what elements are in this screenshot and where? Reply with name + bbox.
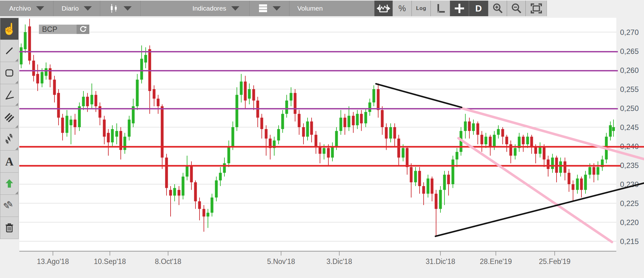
candle-down	[57, 93, 60, 117]
submenu-corner	[15, 191, 18, 194]
trash-icon	[4, 222, 15, 233]
tool-parallel-lines[interactable]	[0, 106, 19, 128]
arrow-up-icon	[4, 178, 15, 189]
menu-archivo[interactable]: Archivo	[0, 1, 53, 16]
menu-diario-label: Diario	[62, 5, 79, 12]
y-axis-label: 0,235	[620, 161, 639, 170]
candle-down	[95, 95, 97, 106]
candle-up	[493, 135, 496, 146]
candle-down	[393, 127, 396, 139]
candle-up	[20, 47, 23, 65]
symbol-badge: BCP	[39, 25, 89, 34]
candle-up	[223, 163, 226, 173]
candle-up	[456, 152, 458, 159]
x-axis-label: 8.Oct'18	[155, 257, 181, 266]
interval-daily-button[interactable]: D	[469, 1, 488, 16]
candle-up	[589, 167, 591, 175]
text-tool-icon: A	[5, 155, 14, 168]
candle-down	[422, 186, 425, 194]
percent-label: %	[398, 4, 406, 13]
candle-down	[344, 118, 346, 127]
tool-trend-line[interactable]	[0, 40, 19, 62]
tool-arrow-up[interactable]	[0, 173, 19, 195]
candle-down	[568, 173, 571, 184]
candle-down	[543, 146, 546, 160]
candle-down	[103, 120, 106, 137]
y-axis-label: 0,220	[620, 218, 639, 227]
candle-up	[236, 95, 238, 127]
candle-up	[186, 165, 189, 177]
tool-freehand-draw[interactable]: ✎ ✎	[0, 195, 19, 217]
crosshair-button[interactable]	[450, 1, 469, 16]
tool-cursor[interactable]: ☝	[0, 18, 19, 40]
submenu-corner	[15, 81, 18, 84]
candle-down	[86, 97, 89, 106]
candle-down	[501, 129, 504, 137]
zoom-in-button[interactable]	[488, 1, 507, 16]
indicator-volumen-label-cell[interactable]: Volumen	[289, 1, 374, 16]
submenu-corner	[15, 103, 18, 106]
fullscreen-button[interactable]	[525, 1, 547, 16]
log-scale-button[interactable]: Log	[411, 1, 430, 16]
tool-text[interactable]: A	[0, 151, 19, 173]
linear-axis-button[interactable]	[430, 1, 450, 16]
candle-down	[377, 89, 380, 110]
chart-canvas[interactable]: 0,2700,2650,2600,2550,2500,2450,2400,235…	[0, 0, 644, 278]
candle-down	[481, 135, 483, 144]
candle-up	[111, 129, 114, 142]
x-axis-label: 3.Dic'18	[327, 257, 352, 266]
candle-down	[252, 89, 255, 101]
candle-down	[418, 171, 421, 186]
candle-up	[207, 213, 209, 217]
candle-down	[406, 148, 409, 167]
x-axis-label: 31.Dic'18	[425, 257, 455, 266]
candle-down	[157, 99, 160, 106]
refresh-button[interactable]	[77, 25, 89, 34]
parallel-lines-icon	[4, 112, 15, 123]
candle-down	[360, 114, 363, 123]
drawing-toolbar: ☝	[0, 18, 19, 239]
candle-down	[385, 127, 388, 139]
candle-up	[576, 179, 579, 190]
menu-indicadores[interactable]: Indicadores	[140, 1, 249, 16]
tool-candle-pattern[interactable]	[0, 128, 19, 151]
candle-up	[232, 127, 234, 146]
zoom-out-icon	[510, 2, 522, 14]
tool-delete-drawings[interactable]	[0, 217, 19, 239]
candle-down	[510, 144, 512, 156]
candle-up	[277, 129, 280, 141]
candle-up	[285, 101, 288, 114]
menu-timeframe-diario[interactable]: Diario	[53, 1, 100, 16]
candle-down	[298, 114, 301, 127]
candle-up	[211, 198, 214, 213]
menu-layout[interactable]	[249, 1, 289, 16]
candle-up	[128, 120, 131, 137]
candle-up	[514, 148, 517, 156]
candle-down	[477, 123, 479, 135]
tool-angle-lines[interactable]	[0, 84, 19, 106]
zoom-out-button[interactable]	[507, 1, 525, 16]
layout-list-icon	[258, 3, 268, 13]
candle-up	[140, 59, 143, 79]
candle-up	[24, 32, 27, 49]
menu-chart-style[interactable]	[100, 1, 140, 16]
candle-down	[165, 158, 168, 188]
menu-archivo-label: Archivo	[9, 5, 31, 12]
candle-pattern-icon	[3, 133, 15, 145]
chevron-down-icon	[231, 6, 239, 11]
tool-rectangle[interactable]	[0, 62, 19, 84]
candle-up	[66, 116, 68, 133]
submenu-corner	[15, 125, 18, 128]
candle-down	[564, 161, 566, 173]
candle-up	[526, 137, 529, 144]
submenu-corner	[15, 147, 18, 150]
candle-up	[584, 175, 587, 190]
candle-down	[198, 201, 201, 209]
candle-up	[115, 131, 118, 137]
candle-up	[290, 93, 293, 100]
percent-scale-button[interactable]: %	[393, 1, 411, 16]
auto-fit-button[interactable]	[374, 1, 393, 16]
candle-up	[335, 131, 338, 146]
hand-cursor-icon: ☝	[2, 23, 16, 35]
submenu-corner	[15, 59, 18, 61]
